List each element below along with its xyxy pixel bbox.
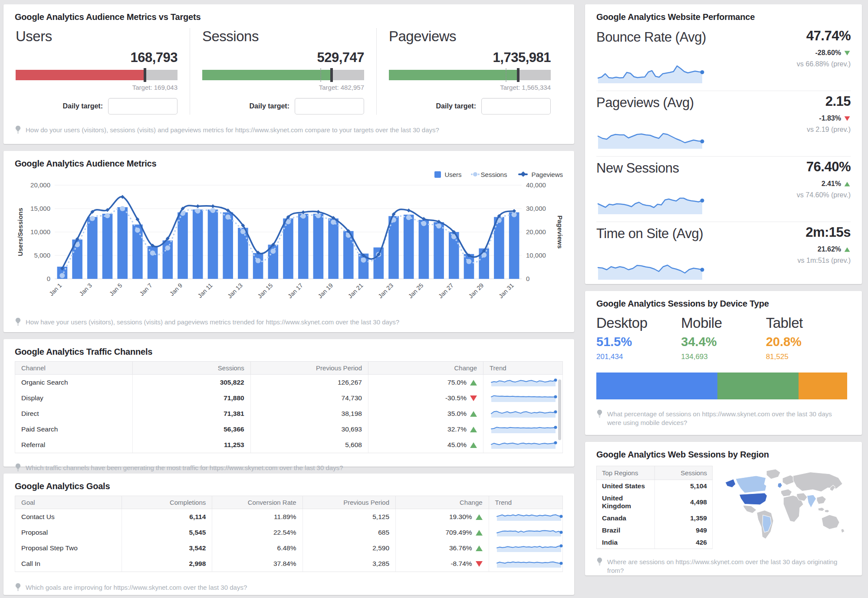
cell-region: Canada [597,512,655,524]
up-arrow-icon [470,427,477,432]
panel-title: Google Analytics Audience Metrics vs Tar… [15,12,563,22]
column-header-previous-period[interactable]: Previous Period [250,362,368,375]
daily-target-input-pageviews[interactable] [481,98,551,114]
up-arrow-icon [470,411,477,417]
cell-change: 36.76% [396,540,489,556]
column-header-previous-period[interactable]: Previous Period [302,496,396,509]
world-map-svg [720,466,851,545]
map-mexico [743,505,756,513]
cell-trend [489,540,562,556]
svg-text:Jan 1: Jan 1 [48,282,63,297]
cell-completions: 6,114 [122,509,212,525]
map-europe [781,489,792,497]
column-header-change[interactable]: Change [396,496,489,509]
up-arrow-icon [470,442,477,448]
panel-title: Google Analytics Goals [15,481,563,491]
up-arrow-icon [476,546,483,551]
up-arrow-icon [476,530,483,536]
performance-kpis: Bounce Rate (Avg)47.74%-28.60%vs 66.88% … [596,26,851,287]
svg-text:10,000: 10,000 [526,252,546,259]
bullet-value-tick [144,68,146,82]
cell-channel: Organic Search [15,375,133,391]
daily-target-input-sessions[interactable] [295,98,364,114]
svg-text:Jan 25: Jan 25 [407,282,424,300]
cell-goal: Proposal [15,525,122,540]
map-alaska[interactable] [725,479,736,488]
map-new-zealand [841,529,845,533]
kpi-value: 529,747 [202,50,364,65]
map-canada[interactable] [736,476,766,493]
cell-trend [489,509,562,525]
up-arrow-icon [470,380,477,386]
column-header-change[interactable]: Change [368,362,483,375]
map-united-states[interactable] [739,493,767,505]
device-percent: 20.8% [766,335,851,349]
device-percent: 34.4% [681,335,766,349]
legend-item-sessions[interactable]: Sessions [473,171,507,178]
panel-device-type: Google Analytics Sessions by Device Type… [585,291,862,435]
kpi-previous: vs 66.88% (prev.) [797,60,851,68]
cell-conversion_rate: 6.48% [212,540,302,556]
column-header-sessions[interactable]: Sessions [654,466,713,480]
target-label: Target: 169,043 [16,84,178,91]
trend-sparkline [490,392,558,402]
column-header-conversion-rate[interactable]: Conversion Rate [212,496,302,509]
bullet-target-dash [320,69,321,82]
map-india[interactable] [807,495,816,508]
cell-trend [483,422,563,437]
bullet-fill [389,70,518,80]
column-header-channel[interactable]: Channel [15,362,133,375]
svg-text:20,000: 20,000 [526,228,546,235]
panel-audience-metrics: Google Analytics Audience Metrics Users … [3,151,574,332]
panel-goals: Google Analytics Goals GoalCompletionsCo… [3,474,574,595]
kpi-sparkline [596,190,705,216]
region-row: United States5,104 [597,480,713,493]
cell-sessions: 949 [654,524,713,536]
daily-target-input-users[interactable] [108,98,178,114]
panel-question: How do your users (visitors), sessions (… [15,126,563,134]
region-row: United Kingdom4,498 [597,492,713,512]
kpi-delta: -28.60% [815,49,851,57]
map-indonesia [818,507,825,511]
kpi-sparkline [596,256,705,280]
column-header-top-regions[interactable]: Top Regions [597,466,655,480]
svg-text:Jan 15: Jan 15 [256,282,274,300]
column-header-sessions[interactable]: Sessions [133,362,250,375]
cell-change: 75.0% [368,375,483,391]
kpi-users: Users168,793Target: 169,043Daily target: [15,28,190,114]
svg-text:Jan 31: Jan 31 [497,282,515,300]
table-row: Call In2,99837.84%3,285-8.74% [15,556,563,572]
world-map [720,466,851,549]
kpi-name: Users [16,28,178,45]
cell-sessions: 71,381 [133,406,250,422]
column-header-trend[interactable]: Trend [483,362,563,375]
device-desktop: Desktop51.5%201,434 [596,315,681,361]
table-scrollbar[interactable] [558,379,561,440]
cell-trend [483,406,563,422]
cell-trend [483,437,563,453]
region-row: Canada1,359 [597,512,713,524]
map-united-kingdom[interactable] [778,483,782,488]
cell-region: United Kingdom [597,492,655,512]
panel-question: How have your users (visitors), sessions… [15,318,563,327]
device-tablet: Tablet20.8%81,525 [766,315,851,361]
traffic-channels-table: ChannelSessionsPrevious PeriodChangeTren… [15,361,563,453]
column-header-completions[interactable]: Completions [122,496,212,509]
cell-change: 45.0% [368,437,483,453]
trend-sparkline [490,423,558,434]
dashboard: { "targets_panel": { "title": "Google An… [0,0,868,598]
legend-item-pageviews[interactable]: Pageviews [518,171,563,178]
cell-change: 35.0% [368,406,483,422]
map-asia [793,472,842,492]
cell-change: -8.74% [396,556,489,572]
region-table: Top RegionsSessionsUnited States5,104Uni… [596,466,713,549]
legend-item-users[interactable]: Users [434,171,461,178]
panel-title: Google Analytics Website Performance [596,12,851,22]
svg-text:Jan 23: Jan 23 [377,282,395,300]
cell-goal: Proposal Step Two [15,540,122,556]
column-header-goal[interactable]: Goal [15,496,122,509]
column-header-trend[interactable]: Trend [489,496,562,509]
cell-conversion_rate: 37.84% [212,556,302,572]
panel-audience-targets: Google Analytics Audience Metrics vs Tar… [3,4,574,144]
bullet-value-tick [330,68,333,82]
